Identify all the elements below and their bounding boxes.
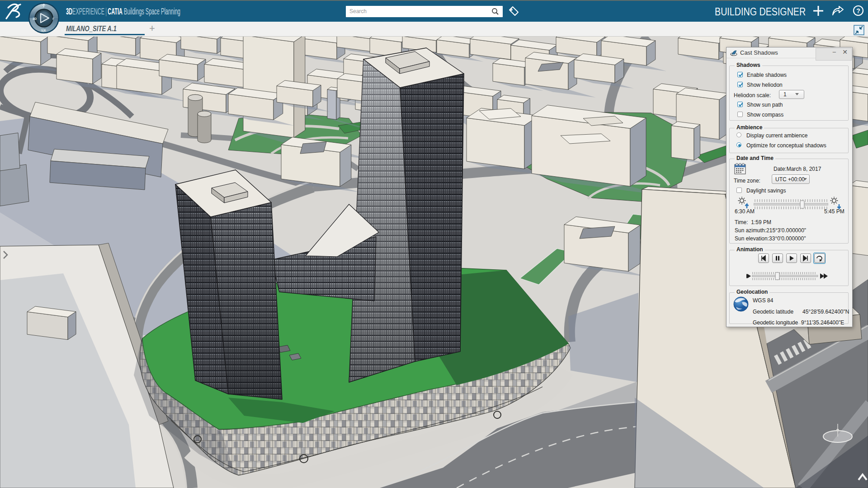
svg-text:V.R: V.R xyxy=(41,29,46,32)
svg-text:3D: 3D xyxy=(33,17,37,20)
svg-text:?: ? xyxy=(856,7,860,14)
svg-text:i': i' xyxy=(52,17,54,20)
